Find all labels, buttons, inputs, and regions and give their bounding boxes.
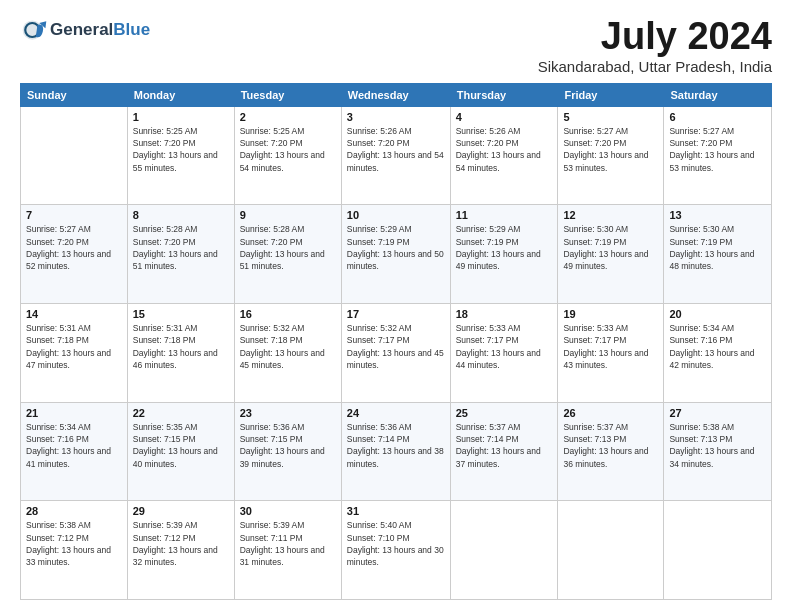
day-info: Sunrise: 5:34 AMSunset: 7:16 PMDaylight:… bbox=[26, 421, 122, 470]
day-info: Sunrise: 5:30 AMSunset: 7:19 PMDaylight:… bbox=[669, 223, 766, 272]
calendar-cell: 19Sunrise: 5:33 AMSunset: 7:17 PMDayligh… bbox=[558, 304, 664, 403]
day-number: 27 bbox=[669, 407, 766, 419]
day-info: Sunrise: 5:31 AMSunset: 7:18 PMDaylight:… bbox=[133, 322, 229, 371]
day-info: Sunrise: 5:26 AMSunset: 7:20 PMDaylight:… bbox=[456, 125, 553, 174]
day-number: 22 bbox=[133, 407, 229, 419]
calendar-cell: 28Sunrise: 5:38 AMSunset: 7:12 PMDayligh… bbox=[21, 501, 128, 600]
day-info: Sunrise: 5:25 AMSunset: 7:20 PMDaylight:… bbox=[240, 125, 336, 174]
day-number: 15 bbox=[133, 308, 229, 320]
logo-area: GeneralBlue bbox=[20, 16, 150, 44]
header-tuesday: Tuesday bbox=[234, 83, 341, 106]
calendar-header-row: Sunday Monday Tuesday Wednesday Thursday… bbox=[21, 83, 772, 106]
calendar-cell: 27Sunrise: 5:38 AMSunset: 7:13 PMDayligh… bbox=[664, 402, 772, 501]
day-number: 31 bbox=[347, 505, 445, 517]
day-number: 1 bbox=[133, 111, 229, 123]
calendar-cell: 29Sunrise: 5:39 AMSunset: 7:12 PMDayligh… bbox=[127, 501, 234, 600]
calendar-cell bbox=[21, 106, 128, 205]
calendar-cell: 22Sunrise: 5:35 AMSunset: 7:15 PMDayligh… bbox=[127, 402, 234, 501]
day-info: Sunrise: 5:27 AMSunset: 7:20 PMDaylight:… bbox=[669, 125, 766, 174]
page-header: GeneralBlue July 2024 Sikandarabad, Utta… bbox=[20, 16, 772, 75]
calendar-cell: 24Sunrise: 5:36 AMSunset: 7:14 PMDayligh… bbox=[341, 402, 450, 501]
calendar-cell: 23Sunrise: 5:36 AMSunset: 7:15 PMDayligh… bbox=[234, 402, 341, 501]
calendar-cell: 2Sunrise: 5:25 AMSunset: 7:20 PMDaylight… bbox=[234, 106, 341, 205]
calendar-cell: 14Sunrise: 5:31 AMSunset: 7:18 PMDayligh… bbox=[21, 304, 128, 403]
calendar-cell bbox=[450, 501, 558, 600]
calendar-cell bbox=[558, 501, 664, 600]
day-info: Sunrise: 5:36 AMSunset: 7:15 PMDaylight:… bbox=[240, 421, 336, 470]
day-info: Sunrise: 5:36 AMSunset: 7:14 PMDaylight:… bbox=[347, 421, 445, 470]
day-info: Sunrise: 5:33 AMSunset: 7:17 PMDaylight:… bbox=[456, 322, 553, 371]
day-info: Sunrise: 5:28 AMSunset: 7:20 PMDaylight:… bbox=[240, 223, 336, 272]
calendar-cell: 15Sunrise: 5:31 AMSunset: 7:18 PMDayligh… bbox=[127, 304, 234, 403]
day-number: 21 bbox=[26, 407, 122, 419]
day-info: Sunrise: 5:32 AMSunset: 7:17 PMDaylight:… bbox=[347, 322, 445, 371]
day-info: Sunrise: 5:39 AMSunset: 7:11 PMDaylight:… bbox=[240, 519, 336, 568]
calendar-page: GeneralBlue July 2024 Sikandarabad, Utta… bbox=[0, 0, 792, 612]
day-number: 17 bbox=[347, 308, 445, 320]
day-info: Sunrise: 5:27 AMSunset: 7:20 PMDaylight:… bbox=[563, 125, 658, 174]
calendar-cell: 11Sunrise: 5:29 AMSunset: 7:19 PMDayligh… bbox=[450, 205, 558, 304]
calendar-cell: 30Sunrise: 5:39 AMSunset: 7:11 PMDayligh… bbox=[234, 501, 341, 600]
day-info: Sunrise: 5:28 AMSunset: 7:20 PMDaylight:… bbox=[133, 223, 229, 272]
day-info: Sunrise: 5:35 AMSunset: 7:15 PMDaylight:… bbox=[133, 421, 229, 470]
day-number: 2 bbox=[240, 111, 336, 123]
day-number: 4 bbox=[456, 111, 553, 123]
calendar-week-2: 7Sunrise: 5:27 AMSunset: 7:20 PMDaylight… bbox=[21, 205, 772, 304]
month-title: July 2024 bbox=[538, 16, 772, 58]
logo-icon bbox=[20, 16, 48, 44]
header-wednesday: Wednesday bbox=[341, 83, 450, 106]
calendar-week-5: 28Sunrise: 5:38 AMSunset: 7:12 PMDayligh… bbox=[21, 501, 772, 600]
header-sunday: Sunday bbox=[21, 83, 128, 106]
calendar-cell: 31Sunrise: 5:40 AMSunset: 7:10 PMDayligh… bbox=[341, 501, 450, 600]
header-thursday: Thursday bbox=[450, 83, 558, 106]
day-info: Sunrise: 5:39 AMSunset: 7:12 PMDaylight:… bbox=[133, 519, 229, 568]
day-number: 6 bbox=[669, 111, 766, 123]
calendar-cell: 6Sunrise: 5:27 AMSunset: 7:20 PMDaylight… bbox=[664, 106, 772, 205]
calendar-table: Sunday Monday Tuesday Wednesday Thursday… bbox=[20, 83, 772, 600]
day-info: Sunrise: 5:27 AMSunset: 7:20 PMDaylight:… bbox=[26, 223, 122, 272]
calendar-week-1: 1Sunrise: 5:25 AMSunset: 7:20 PMDaylight… bbox=[21, 106, 772, 205]
calendar-cell: 16Sunrise: 5:32 AMSunset: 7:18 PMDayligh… bbox=[234, 304, 341, 403]
day-number: 28 bbox=[26, 505, 122, 517]
logo-blue: Blue bbox=[113, 20, 150, 40]
day-number: 20 bbox=[669, 308, 766, 320]
calendar-cell: 9Sunrise: 5:28 AMSunset: 7:20 PMDaylight… bbox=[234, 205, 341, 304]
calendar-cell bbox=[664, 501, 772, 600]
day-info: Sunrise: 5:25 AMSunset: 7:20 PMDaylight:… bbox=[133, 125, 229, 174]
day-info: Sunrise: 5:38 AMSunset: 7:12 PMDaylight:… bbox=[26, 519, 122, 568]
day-number: 30 bbox=[240, 505, 336, 517]
day-number: 12 bbox=[563, 209, 658, 221]
day-info: Sunrise: 5:33 AMSunset: 7:17 PMDaylight:… bbox=[563, 322, 658, 371]
day-number: 25 bbox=[456, 407, 553, 419]
day-number: 13 bbox=[669, 209, 766, 221]
calendar-cell: 12Sunrise: 5:30 AMSunset: 7:19 PMDayligh… bbox=[558, 205, 664, 304]
day-number: 8 bbox=[133, 209, 229, 221]
day-info: Sunrise: 5:37 AMSunset: 7:13 PMDaylight:… bbox=[563, 421, 658, 470]
calendar-cell: 10Sunrise: 5:29 AMSunset: 7:19 PMDayligh… bbox=[341, 205, 450, 304]
day-number: 11 bbox=[456, 209, 553, 221]
day-number: 9 bbox=[240, 209, 336, 221]
day-number: 16 bbox=[240, 308, 336, 320]
day-number: 18 bbox=[456, 308, 553, 320]
calendar-cell: 25Sunrise: 5:37 AMSunset: 7:14 PMDayligh… bbox=[450, 402, 558, 501]
calendar-cell: 20Sunrise: 5:34 AMSunset: 7:16 PMDayligh… bbox=[664, 304, 772, 403]
day-info: Sunrise: 5:26 AMSunset: 7:20 PMDaylight:… bbox=[347, 125, 445, 174]
calendar-cell: 1Sunrise: 5:25 AMSunset: 7:20 PMDaylight… bbox=[127, 106, 234, 205]
calendar-cell: 13Sunrise: 5:30 AMSunset: 7:19 PMDayligh… bbox=[664, 205, 772, 304]
day-info: Sunrise: 5:34 AMSunset: 7:16 PMDaylight:… bbox=[669, 322, 766, 371]
calendar-cell: 18Sunrise: 5:33 AMSunset: 7:17 PMDayligh… bbox=[450, 304, 558, 403]
logo-general: General bbox=[50, 20, 113, 40]
logo: GeneralBlue bbox=[20, 16, 150, 44]
day-number: 23 bbox=[240, 407, 336, 419]
calendar-cell: 3Sunrise: 5:26 AMSunset: 7:20 PMDaylight… bbox=[341, 106, 450, 205]
day-number: 26 bbox=[563, 407, 658, 419]
calendar-week-3: 14Sunrise: 5:31 AMSunset: 7:18 PMDayligh… bbox=[21, 304, 772, 403]
day-number: 7 bbox=[26, 209, 122, 221]
day-number: 3 bbox=[347, 111, 445, 123]
calendar-cell: 8Sunrise: 5:28 AMSunset: 7:20 PMDaylight… bbox=[127, 205, 234, 304]
day-info: Sunrise: 5:38 AMSunset: 7:13 PMDaylight:… bbox=[669, 421, 766, 470]
calendar-cell: 26Sunrise: 5:37 AMSunset: 7:13 PMDayligh… bbox=[558, 402, 664, 501]
title-area: July 2024 Sikandarabad, Uttar Pradesh, I… bbox=[538, 16, 772, 75]
calendar-cell: 7Sunrise: 5:27 AMSunset: 7:20 PMDaylight… bbox=[21, 205, 128, 304]
day-info: Sunrise: 5:29 AMSunset: 7:19 PMDaylight:… bbox=[347, 223, 445, 272]
